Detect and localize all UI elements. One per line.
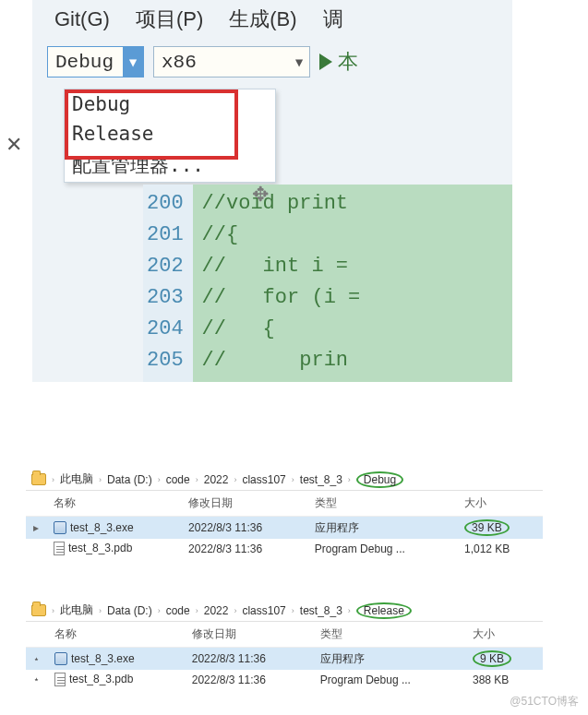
chevron-right-icon: › <box>292 606 294 615</box>
file-size: 1,012 KB <box>457 539 543 558</box>
config-combobox[interactable]: Debug ▾ <box>47 46 144 77</box>
breadcrumb-item[interactable]: 此电脑 <box>60 602 93 618</box>
file-size: 388 KB <box>465 670 543 689</box>
breadcrumb-item[interactable]: test_8_3 <box>300 473 342 486</box>
chevron-right-icon: › <box>158 475 161 484</box>
file-type: Program Debug ... <box>313 670 465 689</box>
play-icon <box>319 54 332 70</box>
chevron-right-icon: › <box>99 475 102 484</box>
file-name: test_8_3.exe <box>71 652 135 665</box>
dropdown-option-release[interactable]: Release <box>65 119 275 149</box>
breadcrumb-item[interactable]: 此电脑 <box>60 471 93 487</box>
chevron-right-icon: › <box>52 475 54 484</box>
line-number: 200 <box>147 188 184 220</box>
breadcrumb: › 此电脑 › Data (D:) › code › 2022 › class1… <box>26 600 543 622</box>
line-number-gutter: 200 201 202 203 204 205 <box>143 185 193 382</box>
line-number: 201 <box>147 220 184 251</box>
col-size[interactable]: 大小 <box>457 491 543 517</box>
line-number: 203 <box>147 282 184 314</box>
table-row[interactable]: ⋆ test_8_3.pdb 2022/8/3 11:36 Program De… <box>26 670 543 689</box>
breadcrumb-current-highlighted[interactable]: Debug <box>356 471 403 488</box>
chevron-right-icon: › <box>234 606 236 615</box>
folder-icon <box>31 604 46 616</box>
start-debug-button[interactable]: 本 <box>319 48 358 76</box>
breadcrumb-item[interactable]: 2022 <box>204 473 229 486</box>
file-date: 2022/8/3 11:36 <box>181 539 307 558</box>
breadcrumb-item[interactable]: 2022 <box>204 604 229 617</box>
chevron-down-icon: ▾ <box>123 47 143 77</box>
col-name[interactable]: 名称 <box>47 622 185 648</box>
breadcrumb-item[interactable]: class107 <box>242 604 285 617</box>
breadcrumb-item[interactable]: code <box>166 473 190 486</box>
chevron-right-icon: › <box>196 606 198 615</box>
line-number: 204 <box>147 314 184 345</box>
col-indicator <box>26 491 46 517</box>
visual-studio-panel: Git(G) 项目(P) 生成(B) 调 Debug ▾ x86 ▾ 本 Deb… <box>32 0 512 382</box>
file-table: 名称 修改日期 类型 大小 ⋆ test_8_3.exe 2022/8/3 11… <box>26 622 543 689</box>
breadcrumb-current-highlighted[interactable]: Release <box>356 602 412 619</box>
pin-icon[interactable]: ⋆ <box>26 670 47 689</box>
file-name: test_8_3.pdb <box>68 542 132 554</box>
col-pin <box>26 622 47 648</box>
col-type[interactable]: 类型 <box>313 622 465 648</box>
chevron-right-icon: › <box>99 606 102 615</box>
menu-bar: Git(G) 项目(P) 生成(B) 调 <box>32 0 512 39</box>
close-icon[interactable]: ✕ <box>0 133 28 157</box>
code-line: // { <box>202 314 512 345</box>
file-type: 应用程序 <box>313 648 465 671</box>
table-row[interactable]: ⋆ test_8_3.exe 2022/8/3 11:36 应用程序 9 KB <box>26 648 543 671</box>
chevron-down-icon: ▾ <box>289 47 309 77</box>
code-content[interactable]: //void print //{ // int i = // for (i = … <box>193 185 512 382</box>
menu-git[interactable]: Git(G) <box>54 7 110 31</box>
col-type[interactable]: 类型 <box>307 491 457 517</box>
table-row[interactable]: test_8_3.pdb 2022/8/3 11:36 Program Debu… <box>26 539 543 558</box>
breadcrumb-item[interactable]: class107 <box>242 473 285 486</box>
platform-combobox[interactable]: x86 ▾ <box>153 46 310 77</box>
dropdown-option-debug[interactable]: Debug <box>65 89 275 119</box>
chevron-right-icon: › <box>292 475 294 484</box>
editor: 200 201 202 203 204 205 //void print //{… <box>143 185 512 382</box>
watermark: @51CTO博客 <box>510 694 579 709</box>
platform-combobox-label: x86 <box>154 50 206 75</box>
col-size[interactable]: 大小 <box>465 622 543 648</box>
file-type: Program Debug ... <box>307 539 457 558</box>
menu-project[interactable]: 项目(P) <box>136 6 203 33</box>
chevron-right-icon: › <box>52 606 54 615</box>
toolbar: Debug ▾ x86 ▾ 本 <box>32 39 512 85</box>
pdb-icon <box>54 542 65 555</box>
chevron-right-icon: › <box>234 475 236 484</box>
col-date[interactable]: 修改日期 <box>185 622 313 648</box>
table-row[interactable]: ▸ test_8_3.exe 2022/8/3 11:36 应用程序 39 KB <box>26 517 543 540</box>
line-number: 205 <box>147 345 184 376</box>
menu-build[interactable]: 生成(B) <box>229 6 296 33</box>
col-date[interactable]: 修改日期 <box>181 491 307 517</box>
code-line: //{ <box>202 220 512 251</box>
code-line: //void print <box>202 188 512 220</box>
code-line: // for (i = <box>202 282 512 314</box>
file-date: 2022/8/3 11:36 <box>181 517 307 540</box>
file-explorer-debug: › 此电脑 › Data (D:) › code › 2022 › class1… <box>26 469 543 558</box>
breadcrumb-item[interactable]: test_8_3 <box>300 604 342 617</box>
menu-debug[interactable]: 调 <box>323 6 343 33</box>
code-line: // prin <box>202 345 512 376</box>
config-combobox-label: Debug <box>48 50 123 75</box>
pin-icon[interactable]: ⋆ <box>26 648 47 671</box>
dropdown-option-config-manager[interactable]: 配置管理器... <box>65 149 275 182</box>
breadcrumb: › 此电脑 › Data (D:) › code › 2022 › class1… <box>26 469 543 491</box>
table-header-row: 名称 修改日期 类型 大小 <box>26 491 543 517</box>
table-header-row: 名称 修改日期 类型 大小 <box>26 622 543 648</box>
file-type: 应用程序 <box>307 517 457 540</box>
selection-arrow-icon: ▸ <box>26 517 46 540</box>
breadcrumb-item[interactable]: code <box>166 604 190 617</box>
file-date: 2022/8/3 11:36 <box>185 670 313 689</box>
breadcrumb-item[interactable]: Data (D:) <box>107 473 152 486</box>
file-size-highlighted: 39 KB <box>464 519 510 536</box>
chevron-right-icon: › <box>158 606 161 615</box>
exe-icon <box>54 652 67 665</box>
col-name[interactable]: 名称 <box>46 491 181 517</box>
exe-icon <box>54 521 66 534</box>
file-name: test_8_3.exe <box>70 521 134 534</box>
chevron-right-icon: › <box>348 606 351 615</box>
pdb-icon <box>54 673 66 686</box>
breadcrumb-item[interactable]: Data (D:) <box>107 604 152 617</box>
